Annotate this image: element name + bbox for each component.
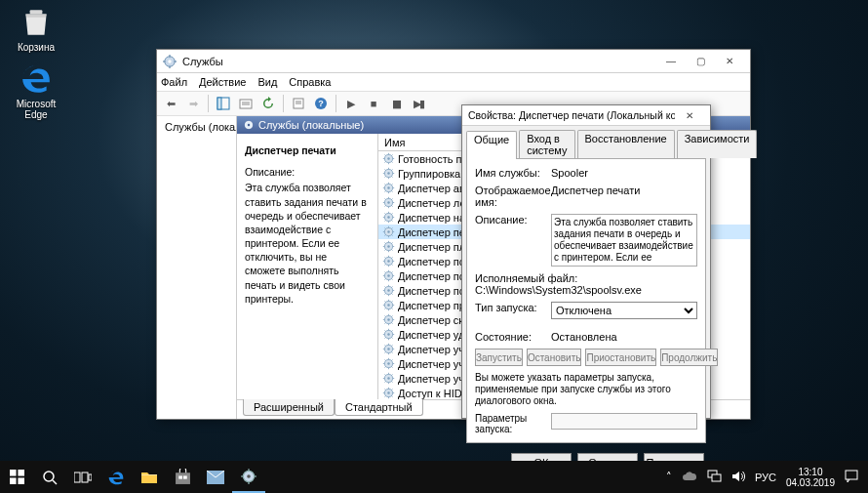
svg-point-172 — [387, 377, 389, 379]
menu-view[interactable]: Вид — [257, 76, 277, 88]
service-icon — [382, 167, 395, 180]
tray-clock[interactable]: 13:10 04.03.2019 — [786, 467, 835, 488]
svg-line-147 — [384, 330, 385, 331]
svg-line-150 — [391, 330, 392, 331]
svg-line-29 — [384, 161, 385, 162]
start-service-button[interactable]: ▶ — [341, 94, 361, 113]
tray-notifications-icon[interactable] — [845, 470, 858, 485]
svg-line-129 — [384, 308, 385, 308]
svg-line-158 — [391, 351, 392, 352]
titlebar[interactable]: Свойства: Диспетчер печати (Локальный ко… — [462, 105, 710, 126]
desktop-icon-edge[interactable]: Microsoft Edge — [10, 62, 62, 120]
startup-type-label: Тип запуска: — [475, 302, 551, 319]
pause-service-button[interactable]: ▮▮ — [386, 94, 406, 113]
properties-button[interactable] — [236, 94, 256, 113]
tray-up-icon[interactable]: ˄ — [666, 471, 672, 483]
svg-point-92 — [387, 260, 389, 262]
close-button[interactable]: ✕ — [715, 52, 744, 71]
tray-volume-icon[interactable] — [731, 470, 745, 485]
stop-button[interactable]: Остановить — [527, 349, 582, 366]
stop-service-button[interactable]: ■ — [364, 94, 383, 113]
window-title: Службы — [182, 56, 223, 67]
tree-pane[interactable]: Службы (локальн — [157, 116, 237, 419]
restart-service-button[interactable]: ▶▮ — [409, 94, 428, 113]
taskbar-explorer-icon[interactable] — [133, 461, 166, 493]
show-hide-tree-button[interactable] — [214, 94, 233, 113]
svg-rect-223 — [10, 477, 17, 484]
state-value: Остановлена — [551, 331, 697, 343]
tab-recovery[interactable]: Восстановление — [577, 130, 675, 158]
tree-root[interactable]: Службы (локальн — [161, 120, 232, 133]
svg-point-132 — [387, 318, 389, 320]
svg-point-72 — [387, 230, 389, 232]
close-button[interactable]: ✕ — [675, 105, 704, 125]
svg-line-37 — [384, 169, 385, 170]
tab-dependencies[interactable]: Зависимости — [677, 130, 758, 158]
service-icon — [382, 387, 395, 399]
tab-logon[interactable]: Вход в систему — [519, 130, 574, 158]
minimize-button[interactable]: — — [656, 52, 686, 71]
svg-point-182 — [387, 391, 389, 393]
startup-params-input[interactable] — [551, 413, 697, 430]
tray-onedrive-icon[interactable] — [682, 471, 697, 483]
svg-line-87 — [384, 242, 385, 243]
menu-file[interactable]: Файл — [161, 76, 187, 88]
taskbar: ˄ РУС 13:10 04.03.2019 — [0, 461, 868, 493]
startup-type-select[interactable]: Отключена — [551, 302, 697, 319]
menu-action[interactable]: Действие — [199, 76, 246, 88]
forward-button[interactable]: ➡ — [183, 94, 203, 113]
svg-rect-0 — [30, 10, 43, 14]
svg-line-128 — [391, 308, 392, 308]
svg-rect-229 — [89, 474, 92, 480]
tray-network-icon[interactable] — [707, 470, 722, 484]
svg-line-77 — [384, 227, 385, 228]
taskbar-store-icon[interactable] — [166, 461, 199, 493]
desktop-icon-recycle-bin[interactable]: Корзина — [10, 6, 62, 53]
svg-line-137 — [384, 315, 385, 316]
back-button[interactable]: ⬅ — [161, 94, 180, 113]
taskbar-edge-icon[interactable] — [99, 461, 133, 493]
svg-line-168 — [391, 366, 392, 367]
resume-button[interactable]: Продолжить — [660, 349, 718, 366]
svg-line-140 — [391, 315, 392, 316]
start-button[interactable]: Запустить — [475, 349, 523, 366]
tab-general[interactable]: Общие — [466, 131, 517, 159]
description-label: Описание: — [245, 165, 370, 179]
service-name-label: Имя службы: — [475, 167, 551, 179]
start-button[interactable] — [0, 461, 33, 493]
startup-params-label: Параметры запуска: — [475, 413, 551, 434]
task-view-icon[interactable] — [66, 461, 99, 493]
svg-line-178 — [391, 381, 392, 382]
svg-line-118 — [391, 293, 392, 294]
svg-line-177 — [384, 374, 385, 375]
svg-line-47 — [384, 184, 385, 185]
refresh-button[interactable] — [258, 94, 278, 113]
svg-line-59 — [384, 205, 385, 206]
svg-point-22 — [387, 157, 389, 159]
titlebar[interactable]: Службы — ▢ ✕ — [157, 50, 750, 73]
services-icon — [163, 55, 177, 68]
export-button[interactable] — [289, 94, 308, 113]
svg-point-32 — [387, 172, 389, 174]
search-icon[interactable] — [33, 461, 66, 493]
svg-line-68 — [391, 220, 392, 221]
description-box[interactable]: Эта служба позволяет ставить задания печ… — [551, 214, 697, 267]
maximize-button[interactable]: ▢ — [686, 52, 715, 71]
help-button[interactable]: ? — [311, 94, 331, 113]
svg-line-127 — [384, 301, 385, 302]
svg-line-160 — [391, 345, 392, 346]
svg-rect-224 — [18, 477, 24, 484]
tray-language[interactable]: РУС — [755, 472, 776, 483]
service-icon — [382, 343, 395, 355]
taskbar-services-icon[interactable] — [232, 461, 265, 493]
taskbar-mail-icon[interactable] — [199, 461, 232, 493]
svg-line-157 — [384, 345, 385, 346]
tab-standard[interactable]: Стандартный — [335, 399, 423, 416]
description-text: Эта служба позволяет ставить задания печ… — [245, 181, 370, 306]
svg-line-117 — [384, 286, 385, 287]
pause-button[interactable]: Приостановить — [585, 349, 656, 366]
tab-extended[interactable]: Расширенный — [243, 399, 335, 416]
menu-help[interactable]: Справка — [289, 76, 331, 88]
svg-line-179 — [384, 381, 385, 382]
svg-line-40 — [391, 169, 392, 170]
